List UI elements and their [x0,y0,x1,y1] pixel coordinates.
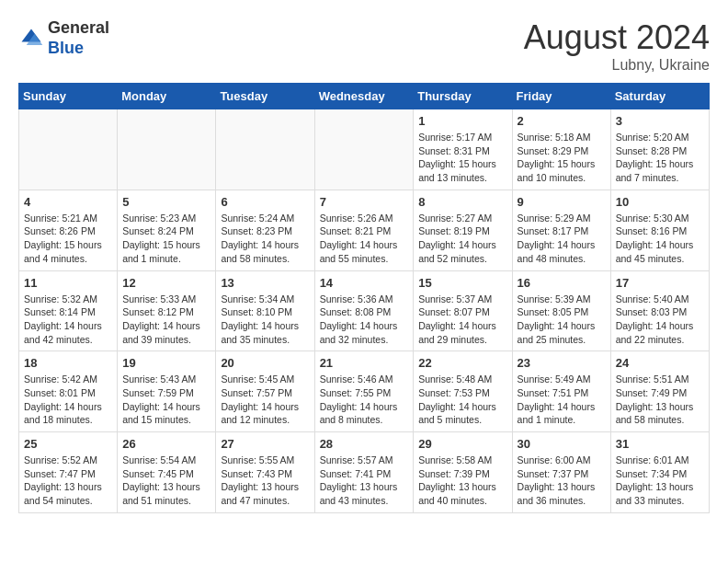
logo: General Blue [18,18,109,58]
day-number: 3 [616,114,704,128]
logo-general: General [48,18,109,37]
day-number: 17 [616,276,704,290]
day-number: 7 [320,195,409,209]
day-info: Sunrise: 5:24 AMSunset: 8:23 PMDaylight:… [221,212,309,266]
day-info: Sunrise: 5:58 AMSunset: 7:39 PMDaylight:… [418,454,506,508]
day-of-week-header: Tuesday [216,84,314,109]
day-info: Sunrise: 5:23 AMSunset: 8:24 PMDaylight:… [122,212,210,266]
day-info: Sunrise: 5:21 AMSunset: 8:26 PMDaylight:… [24,212,112,266]
calendar-day-cell: 13Sunrise: 5:34 AMSunset: 8:10 PMDayligh… [216,270,314,351]
calendar-day-cell: 27Sunrise: 5:55 AMSunset: 7:43 PMDayligh… [216,432,314,513]
page-header: General Blue August 2024 Lubny, Ukraine [18,18,710,74]
calendar-week-row: 11Sunrise: 5:32 AMSunset: 8:14 PMDayligh… [19,270,710,351]
calendar-day-cell: 2Sunrise: 5:18 AMSunset: 8:29 PMDaylight… [512,109,610,190]
day-info: Sunrise: 5:39 AMSunset: 8:05 PMDaylight:… [518,293,606,347]
calendar-day-cell: 25Sunrise: 5:52 AMSunset: 7:47 PMDayligh… [19,432,118,513]
calendar-header-row: SundayMondayTuesdayWednesdayThursdayFrid… [19,84,710,109]
day-of-week-header: Friday [512,84,610,109]
day-info: Sunrise: 5:51 AMSunset: 7:49 PMDaylight:… [616,373,704,427]
calendar-day-cell: 3Sunrise: 5:20 AMSunset: 8:28 PMDaylight… [610,109,709,190]
day-info: Sunrise: 5:37 AMSunset: 8:07 PMDaylight:… [418,293,506,347]
day-info: Sunrise: 5:52 AMSunset: 7:47 PMDaylight:… [24,454,112,508]
calendar-table: SundayMondayTuesdayWednesdayThursdayFrid… [18,83,710,513]
day-info: Sunrise: 5:42 AMSunset: 8:01 PMDaylight:… [24,373,112,427]
calendar-day-cell: 9Sunrise: 5:29 AMSunset: 8:17 PMDaylight… [512,190,610,270]
day-info: Sunrise: 5:29 AMSunset: 8:17 PMDaylight:… [518,212,606,266]
day-number: 25 [24,437,112,451]
calendar-day-cell: 12Sunrise: 5:33 AMSunset: 8:12 PMDayligh… [118,270,216,351]
calendar-day-cell: 28Sunrise: 5:57 AMSunset: 7:41 PMDayligh… [314,432,414,513]
day-info: Sunrise: 5:34 AMSunset: 8:10 PMDaylight:… [221,293,309,347]
logo-text: General Blue [48,18,109,58]
day-number: 22 [418,356,506,370]
calendar-day-cell [118,109,216,190]
day-info: Sunrise: 5:54 AMSunset: 7:45 PMDaylight:… [122,454,210,508]
day-number: 21 [320,356,409,370]
day-number: 28 [320,437,409,451]
day-of-week-header: Sunday [19,84,118,109]
day-info: Sunrise: 5:43 AMSunset: 7:59 PMDaylight:… [122,373,210,427]
day-info: Sunrise: 5:55 AMSunset: 7:43 PMDaylight:… [221,454,309,508]
title-block: August 2024 Lubny, Ukraine [524,18,710,74]
calendar-day-cell: 18Sunrise: 5:42 AMSunset: 8:01 PMDayligh… [19,351,118,432]
day-number: 23 [518,356,606,370]
day-of-week-header: Wednesday [314,84,414,109]
calendar-day-cell: 26Sunrise: 5:54 AMSunset: 7:45 PMDayligh… [118,432,216,513]
day-number: 29 [418,437,506,451]
calendar-week-row: 18Sunrise: 5:42 AMSunset: 8:01 PMDayligh… [19,351,710,432]
calendar-day-cell: 7Sunrise: 5:26 AMSunset: 8:21 PMDaylight… [314,190,414,270]
day-number: 9 [518,195,606,209]
day-number: 6 [221,195,309,209]
day-of-week-header: Thursday [414,84,512,109]
day-info: Sunrise: 5:27 AMSunset: 8:19 PMDaylight:… [418,212,506,266]
day-info: Sunrise: 5:57 AMSunset: 7:41 PMDaylight:… [320,454,409,508]
day-info: Sunrise: 6:01 AMSunset: 7:34 PMDaylight:… [616,454,704,508]
day-number: 13 [221,276,309,290]
day-number: 20 [221,356,309,370]
calendar-day-cell: 31Sunrise: 6:01 AMSunset: 7:34 PMDayligh… [610,432,709,513]
day-info: Sunrise: 5:17 AMSunset: 8:31 PMDaylight:… [418,131,506,185]
calendar-day-cell: 30Sunrise: 6:00 AMSunset: 7:37 PMDayligh… [512,432,610,513]
day-number: 27 [221,437,309,451]
location: Lubny, Ukraine [524,57,710,74]
calendar-day-cell: 16Sunrise: 5:39 AMSunset: 8:05 PMDayligh… [512,270,610,351]
calendar-day-cell: 22Sunrise: 5:48 AMSunset: 7:53 PMDayligh… [414,351,512,432]
calendar-day-cell: 19Sunrise: 5:43 AMSunset: 7:59 PMDayligh… [118,351,216,432]
calendar-day-cell: 6Sunrise: 5:24 AMSunset: 8:23 PMDaylight… [216,190,314,270]
day-number: 10 [616,195,704,209]
day-info: Sunrise: 5:40 AMSunset: 8:03 PMDaylight:… [616,293,704,347]
day-info: Sunrise: 5:46 AMSunset: 7:55 PMDaylight:… [320,373,409,427]
day-number: 24 [616,356,704,370]
day-info: Sunrise: 5:33 AMSunset: 8:12 PMDaylight:… [122,293,210,347]
day-info: Sunrise: 5:20 AMSunset: 8:28 PMDaylight:… [616,131,704,185]
calendar-day-cell: 4Sunrise: 5:21 AMSunset: 8:26 PMDaylight… [19,190,118,270]
day-number: 31 [616,437,704,451]
calendar-day-cell: 5Sunrise: 5:23 AMSunset: 8:24 PMDaylight… [118,190,216,270]
day-number: 4 [24,195,112,209]
day-number: 1 [418,114,506,128]
day-number: 15 [418,276,506,290]
day-info: Sunrise: 5:18 AMSunset: 8:29 PMDaylight:… [518,131,606,185]
calendar-day-cell: 29Sunrise: 5:58 AMSunset: 7:39 PMDayligh… [414,432,512,513]
day-number: 18 [24,356,112,370]
day-number: 16 [518,276,606,290]
calendar-day-cell: 14Sunrise: 5:36 AMSunset: 8:08 PMDayligh… [314,270,414,351]
calendar-day-cell [314,109,414,190]
day-number: 2 [518,114,606,128]
day-number: 12 [122,276,210,290]
calendar-day-cell [216,109,314,190]
day-number: 11 [24,276,112,290]
calendar-week-row: 4Sunrise: 5:21 AMSunset: 8:26 PMDaylight… [19,190,710,270]
calendar-day-cell: 11Sunrise: 5:32 AMSunset: 8:14 PMDayligh… [19,270,118,351]
day-info: Sunrise: 5:49 AMSunset: 7:51 PMDaylight:… [518,373,606,427]
day-info: Sunrise: 5:45 AMSunset: 7:57 PMDaylight:… [221,373,309,427]
calendar-week-row: 25Sunrise: 5:52 AMSunset: 7:47 PMDayligh… [19,432,710,513]
day-of-week-header: Saturday [610,84,709,109]
calendar-week-row: 1Sunrise: 5:17 AMSunset: 8:31 PMDaylight… [19,109,710,190]
logo-blue: Blue [48,39,84,57]
day-info: Sunrise: 6:00 AMSunset: 7:37 PMDaylight:… [518,454,606,508]
day-number: 30 [518,437,606,451]
calendar-day-cell: 8Sunrise: 5:27 AMSunset: 8:19 PMDaylight… [414,190,512,270]
calendar-day-cell: 10Sunrise: 5:30 AMSunset: 8:16 PMDayligh… [610,190,709,270]
logo-icon [18,26,44,52]
